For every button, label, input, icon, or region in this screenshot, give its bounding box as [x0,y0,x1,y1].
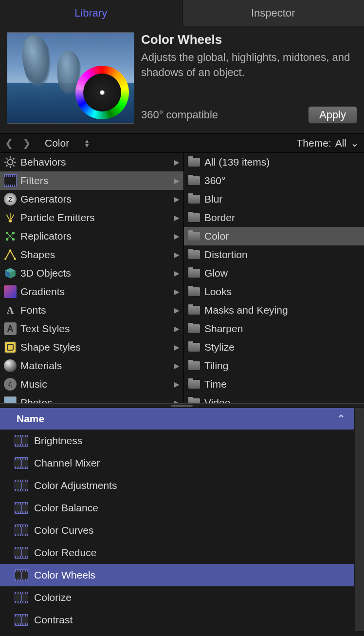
category-label: Fonts [20,304,46,316]
list-scrollbar[interactable] [354,408,364,631]
filmstrip-icon [15,480,28,491]
category-row-gradients[interactable]: Gradients▶ [0,282,183,301]
category-row-particle-emitters[interactable]: Particle Emitters▶ [0,208,183,227]
category-label: Generators [20,193,72,205]
category-row-behaviors[interactable]: Behaviors▶ [0,153,183,171]
chevron-down-icon: ⌄ [350,137,359,149]
subcategory-row-sharpen[interactable]: Sharpen [184,319,364,338]
folder-icon [188,304,200,317]
subcategory-row-tiling[interactable]: Tiling [184,356,364,375]
list-header[interactable]: Name ⌃ [0,408,354,430]
disclosure-arrow-icon: ▶ [174,269,180,277]
disclosure-arrow-icon: ▶ [174,177,180,185]
nav-forward-button[interactable]: ❯ [22,137,31,149]
nav-bar: ❮ ❯ Color ▲▼ Theme: All ⌄ [0,133,364,153]
folder-icon [188,359,200,372]
category-row-materials[interactable]: Materials▶ [0,356,183,375]
subcategory-row-distortion[interactable]: Distortion [184,245,364,264]
category-row-music[interactable]: ♫Music▶ [0,375,183,393]
category-row-photos[interactable]: Photos▶ [0,393,183,403]
sort-ascending-icon: ⌃ [337,413,346,425]
category-column[interactable]: Behaviors▶Filters▶2Generators▶Particle E… [0,153,184,403]
shapestyles-icon [4,341,17,354]
svg-point-19 [4,258,6,260]
category-label: Behaviors [20,156,66,168]
svg-line-11 [6,215,9,220]
subcategory-label: Tiling [204,360,228,372]
breadcrumb-label: Color [45,137,69,149]
subcategory-label: Looks [204,286,232,298]
breadcrumb[interactable]: Color ▲▼ [45,137,90,149]
subcategory-row-color[interactable]: Color [184,227,364,245]
filter-item-label: Brightness [34,435,82,447]
tab-inspector[interactable]: Inspector [182,0,364,26]
svg-line-12 [11,215,14,220]
category-label: Replicators [20,230,72,242]
gear-icon [4,156,17,168]
filmstrip-icon [15,569,28,581]
item-list-wrapper: Name ⌃ BrightnessChannel MixerColor Adju… [0,408,364,631]
folder-icon [188,248,200,261]
filmstrip-icon [4,174,17,187]
disclosure-arrow-icon: ▶ [174,399,180,403]
apply-button[interactable]: Apply [308,106,357,124]
generator-icon: 2 [4,193,17,206]
filter-item-color-curves[interactable]: Color Curves [0,519,354,542]
filter-item-color-adjustments[interactable]: Color Adjustments [0,474,354,497]
subcategory-label: 360° [204,175,225,187]
subcategory-row-border[interactable]: Border [184,208,364,227]
subcategory-row-stylize[interactable]: Stylize [184,338,364,356]
disclosure-arrow-icon: ▶ [174,251,180,259]
category-row-text-styles[interactable]: AText Styles▶ [0,319,183,338]
nav-back-button[interactable]: ❮ [5,137,14,149]
replicators-icon [4,230,17,243]
filter-item-color-reduce[interactable]: Color Reduce [0,542,354,564]
photos-icon [4,396,17,403]
svg-line-7 [13,158,14,159]
subcategory-row-blur[interactable]: Blur [184,190,364,208]
subcategory-column[interactable]: All (139 items)360°BlurBorderColorDistor… [184,153,364,403]
category-label: Shape Styles [20,341,81,353]
filter-item-label: Contrast [34,614,73,626]
subcategory-row-all-139-items-[interactable]: All (139 items) [184,153,364,171]
subcategory-label: Masks and Keying [204,304,288,316]
category-label: Music [20,378,47,390]
tab-inspector-label: Inspector [251,7,295,19]
tab-library-label: Library [74,7,107,19]
subcategory-row-glow[interactable]: Glow [184,264,364,282]
subcategory-row-looks[interactable]: Looks [184,282,364,301]
svg-point-21 [9,249,11,251]
disclosure-arrow-icon: ▶ [174,232,180,240]
category-row-replicators[interactable]: Replicators▶ [0,227,183,245]
subcategory-label: Stylize [204,341,235,353]
filter-item-color-wheels[interactable]: Color Wheels [0,564,354,586]
disclosure-arrow-icon: ▶ [174,288,180,296]
category-row-filters[interactable]: Filters▶ [0,171,183,190]
filter-item-colorize[interactable]: Colorize [0,586,354,609]
category-row-shapes[interactable]: Shapes▶ [0,245,183,264]
filter-item-brightness[interactable]: Brightness [0,430,354,452]
subcategory-row-masks-and-keying[interactable]: Masks and Keying [184,301,364,319]
filter-item-label: Color Curves [34,524,94,536]
category-row-shape-styles[interactable]: Shape Styles▶ [0,338,183,356]
category-label: Particle Emitters [20,212,95,224]
filter-item-channel-mixer[interactable]: Channel Mixer [0,452,354,474]
subcategory-row-video[interactable]: Video [184,393,364,403]
tab-library[interactable]: Library [0,0,182,26]
theme-select[interactable]: Theme: All ⌄ [296,137,359,149]
theme-value: All [335,137,346,149]
filter-item-color-balance[interactable]: Color Balance [0,497,354,519]
item-list: Name ⌃ BrightnessChannel MixerColor Adju… [0,408,354,631]
filter-item-label: Color Balance [34,502,98,514]
disclosure-arrow-icon: ▶ [174,214,180,222]
filter-item-contrast[interactable]: Contrast [0,609,354,631]
materials-icon [4,359,17,372]
subcategory-row-time[interactable]: Time [184,375,364,393]
folder-icon [188,396,200,403]
category-row-generators[interactable]: 2Generators▶ [0,190,183,208]
subcategory-row-360-[interactable]: 360° [184,171,364,190]
category-row-3d-objects[interactable]: 3D Objects▶ [0,264,183,282]
category-row-fonts[interactable]: AFonts▶ [0,301,183,319]
filmstrip-icon [15,524,28,536]
split-grip[interactable] [0,403,364,408]
